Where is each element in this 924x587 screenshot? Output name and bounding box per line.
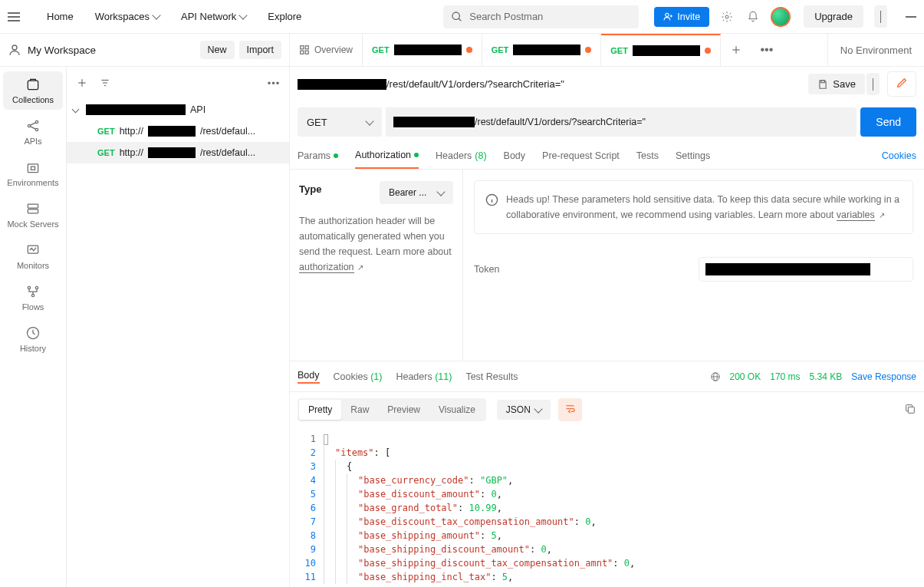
resp-tab-body[interactable]: Body xyxy=(298,370,320,384)
invite-button[interactable]: Invite xyxy=(654,7,709,27)
view-visualize[interactable]: Visualize xyxy=(429,400,485,420)
label: Headers xyxy=(396,371,432,382)
minimize-icon[interactable] xyxy=(906,16,916,18)
tab-overview-label: Overview xyxy=(314,45,353,55)
view-raw[interactable]: Raw xyxy=(341,400,378,420)
new-button[interactable]: New xyxy=(200,41,235,59)
view-preview[interactable]: Preview xyxy=(378,400,429,420)
avatar[interactable] xyxy=(771,7,791,27)
upgrade-chevron[interactable] xyxy=(874,5,887,28)
sidebar-item-apis[interactable]: APIs xyxy=(3,113,63,151)
tab-authorization[interactable]: Authorization xyxy=(355,143,419,169)
search-icon xyxy=(451,11,463,23)
tree-request-1[interactable]: GET http:// /rest/defaul... xyxy=(67,120,289,142)
resp-tab-cookies[interactable]: Cookies (1) xyxy=(334,371,383,382)
nav-explore[interactable]: Explore xyxy=(257,11,312,22)
nav-workspaces[interactable]: Workspaces xyxy=(84,11,170,22)
tab-request-3[interactable]: GET xyxy=(601,34,721,66)
tab-request-2[interactable]: GET xyxy=(482,34,602,66)
save-button[interactable]: Save xyxy=(808,74,865,94)
method-select[interactable]: GET xyxy=(298,107,382,137)
more-button[interactable]: ••• xyxy=(263,72,284,94)
tab-settings[interactable]: Settings xyxy=(676,143,710,169)
req-suffix: /rest/defaul... xyxy=(200,126,255,137)
variables-link[interactable]: variables xyxy=(837,209,875,221)
upgrade-button[interactable]: Upgrade xyxy=(804,5,863,28)
format-select[interactable]: JSON xyxy=(497,400,551,420)
resp-tab-headers[interactable]: Headers (11) xyxy=(396,371,452,382)
warning-banner: Heads up! These parameters hold sensitiv… xyxy=(474,180,913,234)
copy-button[interactable] xyxy=(904,403,916,417)
tab-request-1[interactable]: GET xyxy=(363,34,482,66)
sidebar-item-mockservers[interactable]: Mock Servers xyxy=(3,196,63,234)
menu-icon[interactable] xyxy=(8,8,25,25)
nav-home[interactable]: Home xyxy=(36,11,84,22)
wrap-icon xyxy=(564,403,576,414)
grid-icon xyxy=(299,45,310,55)
label: Environments xyxy=(7,178,58,187)
svg-rect-20 xyxy=(31,167,35,170)
save-response-link[interactable]: Save Response xyxy=(851,371,916,382)
redacted xyxy=(148,147,196,158)
globe-icon[interactable] xyxy=(710,371,721,382)
redacted xyxy=(705,263,870,275)
sidebar-item-collections[interactable]: Collections xyxy=(3,71,63,110)
person-icon xyxy=(8,43,21,57)
label: Cookies xyxy=(334,371,368,382)
nav-workspaces-label: Workspaces xyxy=(95,11,150,22)
import-button[interactable]: Import xyxy=(239,41,281,59)
settings-icon[interactable] xyxy=(718,8,735,25)
environment-select[interactable]: No Environment xyxy=(827,34,924,66)
svg-point-16 xyxy=(35,128,38,130)
status-dot xyxy=(334,153,338,158)
save-chevron[interactable] xyxy=(866,73,880,95)
count: (1) xyxy=(370,371,382,382)
tab-body[interactable]: Body xyxy=(504,143,526,169)
tab-more[interactable]: ••• xyxy=(751,43,782,57)
req-prefix: http:// xyxy=(120,126,143,137)
search-input[interactable]: Search Postman xyxy=(443,5,639,28)
tab-headers[interactable]: Headers(8) xyxy=(436,143,487,169)
chevron-down-icon xyxy=(239,11,248,19)
edit-button[interactable] xyxy=(887,71,916,97)
method-label: GET xyxy=(97,148,115,157)
auth-link[interactable]: authorization xyxy=(299,262,354,273)
send-button[interactable]: Send xyxy=(860,107,916,137)
response-body[interactable]: 1234567891011 "items": [{"base_currency_… xyxy=(290,427,924,587)
tab-params[interactable]: Params xyxy=(298,143,338,169)
filter-button[interactable] xyxy=(94,72,116,94)
tree-collection[interactable]: API xyxy=(67,99,289,120)
token-label: Token xyxy=(474,264,499,275)
wrap-button[interactable] xyxy=(558,398,582,421)
sidebar-item-history[interactable]: History xyxy=(3,320,63,358)
label: Monitors xyxy=(17,261,49,270)
tab-add[interactable] xyxy=(721,45,751,55)
auth-description: The authorization header will be automat… xyxy=(299,213,453,275)
unsaved-dot xyxy=(585,47,591,53)
resp-status: 200 OK xyxy=(730,371,761,382)
nav-apinetwork[interactable]: API Network xyxy=(170,11,257,22)
cookies-link[interactable]: Cookies xyxy=(882,150,916,161)
url-input[interactable]: /rest/default/V1/orders/?searchCriteria=… xyxy=(386,107,857,137)
sidebar-item-monitors[interactable]: Monitors xyxy=(3,237,63,275)
resp-size: 5.34 KB xyxy=(810,371,843,382)
tab-tests[interactable]: Tests xyxy=(636,143,659,169)
tree-request-2[interactable]: GET http:// /rest/defaul... xyxy=(67,142,289,163)
tab-overview[interactable]: Overview xyxy=(290,34,363,66)
token-input[interactable] xyxy=(699,257,913,282)
activity-icon xyxy=(25,242,41,258)
view-pretty[interactable]: Pretty xyxy=(299,400,341,420)
resp-tab-tests[interactable]: Test Results xyxy=(465,371,518,382)
svg-rect-7 xyxy=(301,46,304,49)
box-icon xyxy=(25,160,41,175)
tab-prereq[interactable]: Pre-request Script xyxy=(542,143,620,169)
sidebar-item-flows[interactable]: Flows xyxy=(3,279,63,317)
notifications-icon[interactable] xyxy=(745,8,761,25)
sidebar-item-environments[interactable]: Environments xyxy=(3,154,63,193)
add-collection-button[interactable] xyxy=(71,72,93,94)
svg-rect-9 xyxy=(301,51,304,54)
workspace-name[interactable]: My Workspace xyxy=(28,45,196,56)
svg-point-5 xyxy=(725,15,728,18)
auth-type-select[interactable]: Bearer ... xyxy=(380,181,453,204)
label: APIs xyxy=(24,137,41,146)
